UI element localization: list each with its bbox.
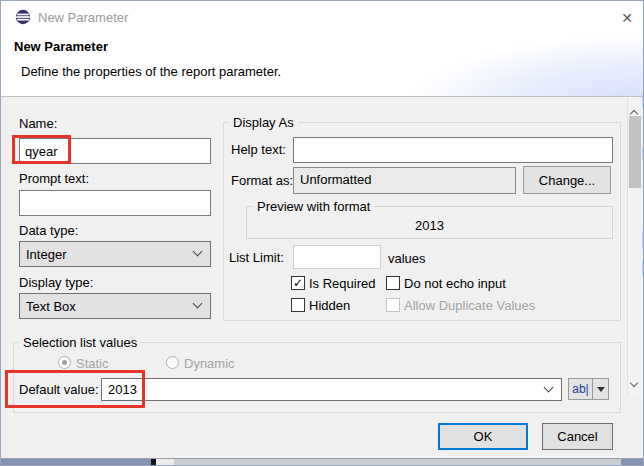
change-button[interactable]: Change...: [523, 166, 611, 194]
radio-dot: [62, 360, 67, 365]
default-value-text: 2013: [108, 382, 137, 397]
display-type-value: Text Box: [26, 299, 76, 314]
name-label: Name:: [19, 116, 57, 131]
chevron-down-icon: [544, 382, 554, 392]
dynamic-radio: [166, 356, 179, 369]
bottom-edge-segment: [621, 459, 643, 466]
hidden-label: Hidden: [309, 298, 350, 313]
selection-list-legend: Selection list values: [19, 335, 141, 350]
title-bar: New Parameter ✕: [1, 1, 643, 32]
help-text-input[interactable]: [293, 137, 613, 163]
data-type-value: Integer: [26, 247, 66, 262]
triangle-down-icon: [597, 387, 605, 392]
display-type-label: Display type:: [19, 275, 93, 290]
text-editor-icon[interactable]: ab|: [568, 378, 593, 400]
wizard-banner: New Parameter Define the properties of t…: [1, 32, 643, 97]
value-editor-split-button[interactable]: ab|: [568, 378, 609, 400]
eclipse-icon: [15, 9, 31, 25]
ok-button[interactable]: OK: [438, 423, 528, 450]
name-input[interactable]: [19, 138, 211, 164]
list-limit-label: List Limit:: [229, 250, 284, 265]
preview-value: 2013: [246, 218, 613, 233]
display-type-dropdown[interactable]: Text Box: [19, 293, 211, 319]
data-type-dropdown[interactable]: Integer: [19, 241, 211, 267]
dynamic-label: Dynamic: [184, 356, 235, 371]
scroll-down-icon[interactable]: [631, 374, 637, 389]
static-radio: [58, 356, 71, 369]
hidden-checkbox[interactable]: [291, 298, 305, 312]
cancel-button[interactable]: Cancel: [542, 423, 613, 450]
do-not-echo-checkbox[interactable]: [386, 276, 400, 290]
do-not-echo-label: Do not echo input: [404, 276, 506, 291]
window-title: New Parameter: [38, 10, 128, 25]
editor-dropdown-arrow[interactable]: [593, 378, 609, 400]
prompt-text-label: Prompt text:: [19, 171, 89, 186]
help-text-label: Help text:: [231, 142, 286, 157]
page-description: Define the properties of the report para…: [21, 64, 281, 79]
list-limit-suffix: values: [388, 251, 426, 266]
allow-duplicate-label: Allow Duplicate Values: [404, 298, 535, 313]
is-required-checkbox[interactable]: ✓: [291, 276, 305, 290]
prompt-text-input[interactable]: [19, 190, 211, 216]
page-title: New Parameter: [14, 39, 108, 54]
is-required-label: Is Required: [309, 276, 375, 291]
format-as-field: Unformatted: [293, 167, 516, 194]
list-limit-input[interactable]: [293, 245, 381, 269]
preview-legend: Preview with format: [253, 199, 374, 214]
static-label: Static: [76, 356, 109, 371]
chevron-down-icon: [193, 247, 203, 257]
default-value-label: Default value:: [19, 382, 99, 397]
close-icon[interactable]: ✕: [615, 8, 639, 28]
bottom-edge-segment: [156, 459, 174, 466]
window-bottom-edge: [1, 458, 643, 466]
scrollbar-thumb[interactable]: [629, 116, 641, 188]
allow-duplicate-checkbox: [386, 298, 400, 312]
format-as-label: Format as:: [231, 173, 293, 188]
display-as-legend: Display As: [229, 115, 298, 130]
new-parameter-dialog: New Parameter ✕ New Parameter Define the…: [0, 0, 644, 466]
chevron-down-icon: [193, 299, 203, 309]
vertical-scrollbar[interactable]: [627, 98, 642, 396]
bottom-edge-segment: [1, 459, 151, 466]
data-type-label: Data type:: [19, 223, 78, 238]
default-value-combo[interactable]: 2013: [101, 378, 562, 401]
